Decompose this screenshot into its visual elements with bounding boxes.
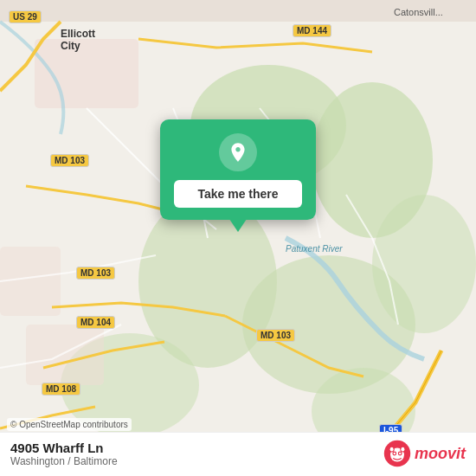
svg-rect-10 [0, 247, 61, 316]
take-me-there-button[interactable]: Take me there [174, 180, 302, 208]
moovit-text: moovit [415, 445, 466, 463]
moovit-logo: moovit [383, 440, 466, 467]
location-pin-icon [219, 133, 257, 171]
bottom-bar: 4905 Wharff Ln Washington / Baltimore mo… [0, 432, 476, 476]
address-section: 4905 Wharff Ln Washington / Baltimore [10, 441, 118, 467]
address-title: 4905 Wharff Ln [10, 441, 118, 455]
md-103-label-1: MD 103 [50, 154, 89, 167]
location-popup: Take me there [160, 119, 316, 220]
moovit-icon [383, 440, 411, 467]
svg-point-20 [401, 447, 404, 452]
map-container: US 29 MD 144 MD 103 MD 103 MD 103 MD 104… [0, 0, 476, 476]
svg-point-16 [399, 453, 401, 454]
us-29-label: US 29 [9, 10, 42, 23]
md-144-label: MD 144 [293, 24, 331, 37]
md-103-label-2: MD 103 [76, 267, 115, 280]
svg-point-15 [394, 453, 396, 454]
address-subtitle: Washington / Baltimore [10, 455, 118, 467]
md-104-label: MD 104 [76, 316, 115, 329]
map-svg [0, 0, 476, 476]
osm-credit: © OpenStreetMap contributors [7, 418, 132, 431]
svg-point-5 [372, 195, 476, 333]
svg-point-19 [390, 447, 394, 452]
md-103-label-3: MD 103 [256, 329, 295, 342]
md-108-label: MD 108 [42, 383, 80, 396]
